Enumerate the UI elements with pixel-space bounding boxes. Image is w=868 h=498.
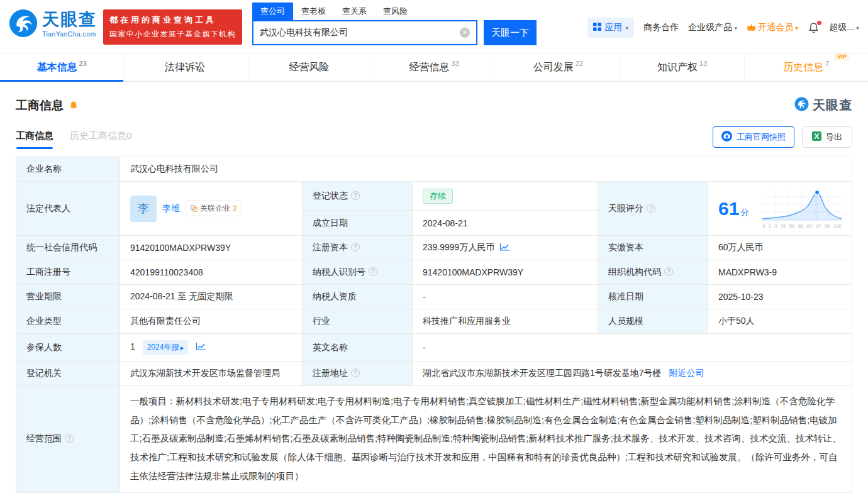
field-business-term-label: 营业期限 (16, 285, 120, 309)
field-english-name-label: 英文名称 (303, 334, 413, 362)
logo-title: 天眼查 (42, 11, 97, 28)
field-paid-capital-value: 60万人民币 (708, 236, 852, 260)
field-credit-code-value: 91420100MADXPRW39Y (120, 236, 303, 260)
tab-legal-lawsuits[interactable]: 法律诉讼 (124, 53, 248, 81)
nearby-companies-link[interactable]: 附近公司 (669, 368, 704, 378)
tab-label: 法律诉讼 (165, 61, 205, 74)
table-row: 法定代表人 李 李维 关联企业 2 登记状态? 存续 天 (16, 182, 852, 211)
field-authority-value: 武汉东湖新技术开发区市场监督管理局 (120, 362, 303, 386)
export-button[interactable]: 导出 (802, 126, 852, 148)
tianyancha-logo[interactable]: 天眼查 TianYanCha.com (9, 9, 97, 40)
score-axis: 01 315 5083 8797 99100 (762, 223, 842, 229)
watermark-text: 天眼查 (813, 97, 852, 114)
related-companies-badge[interactable]: 关联企业 2 (186, 201, 242, 216)
field-credit-code-label: 统一社会信用代码 (16, 236, 120, 260)
table-row: 登记机关 武汉东湖新技术开发区市场监督管理局 注册地址? 湖北省武汉市东湖新技术… (16, 362, 852, 386)
tab-count: 23 (79, 60, 87, 67)
nav-membership-label: 开通会员 (758, 22, 793, 33)
search-box: ✕ (252, 20, 477, 45)
field-company-type-value: 其他有限责任公司 (120, 309, 303, 334)
related-label: 关联企业 (200, 203, 230, 214)
search-button[interactable]: 天眼一下 (484, 20, 537, 45)
help-icon[interactable]: ? (351, 191, 360, 200)
tab-count: 7 (825, 60, 829, 67)
field-taxpayer-id-value: 91420100MADXPRW39Y (413, 260, 598, 285)
subtab-label: 历史工商信息 (70, 130, 126, 141)
section-title: 工商信息 (16, 97, 64, 114)
user-menu[interactable]: 超级... ▾ (829, 22, 859, 33)
excel-icon (812, 131, 821, 143)
help-icon[interactable]: ? (664, 267, 673, 276)
tab-count: 22 (576, 60, 583, 67)
field-staff-size-label: 人员规模 (598, 309, 708, 334)
field-reg-no-value: 420199110023408 (120, 260, 303, 285)
field-address-value: 湖北省武汉市东湖新技术开发区理工园四路1号研发基地7号楼 附近公司 (413, 362, 852, 386)
nav-enterprise-products[interactable]: 企业级产品 ▾ (688, 22, 737, 33)
snapshot-label: 工商官网快照 (737, 131, 786, 143)
table-row: 营业期限 2024-08-21 至 无固定期限 纳税人资质 - 核准日期 202… (16, 285, 852, 309)
trend-chart-icon[interactable] (499, 243, 510, 252)
official-snapshot-button[interactable]: 工商官网快照 (713, 126, 794, 148)
notification-dot (817, 21, 821, 25)
tab-label: 基本信息 (37, 61, 77, 74)
tab-label: 公司发展 (533, 61, 574, 74)
field-taxpayer-qual-value: - (413, 285, 598, 309)
top-header: 天眼查 TianYanCha.com 都在用的商业查询工具 国家中小企业发展子基… (0, 0, 868, 53)
field-approval-date-value: 2025-10-23 (708, 285, 852, 309)
field-reg-capital-value: 239.9999万人民币 (413, 236, 598, 260)
tab-operational-risk[interactable]: 经营风险 (248, 53, 372, 81)
tab-basic-info[interactable]: 基本信息23 (0, 53, 124, 81)
watermark-swirl-icon (794, 97, 809, 114)
nav-business-cooperation[interactable]: 商务合作 (643, 22, 679, 33)
field-staff-size-value: 小于50人 (708, 309, 852, 334)
field-company-name-value: 武汉心电科技有限公司 (120, 157, 852, 182)
search-tab-boss[interactable]: 查老板 (293, 3, 334, 20)
tab-count: 13 (699, 60, 707, 67)
subtab-business-registration[interactable]: 工商信息 (16, 130, 53, 149)
promo-line2: 国家中小企业发展子基金旗下机构 (109, 29, 236, 40)
tab-label: 经营风险 (289, 61, 329, 74)
subtab-history-registration[interactable]: 历史工商信息0 (70, 130, 131, 149)
help-icon[interactable]: ? (351, 243, 360, 252)
tab-intellectual-property[interactable]: 知识产权13 (620, 53, 744, 81)
field-paid-capital-label: 实缴资本 (598, 236, 708, 260)
legal-rep-avatar[interactable]: 李 (130, 196, 157, 222)
field-authority-label: 登记机关 (16, 362, 120, 386)
search-tab-risk[interactable]: 查风险 (375, 3, 416, 20)
trend-chart-icon[interactable] (196, 342, 206, 351)
field-scope-label: 经营范围? (16, 386, 120, 493)
annual-report-badge[interactable]: 2024年报▸ (143, 340, 189, 355)
search-tab-company[interactable]: 查公司 (252, 3, 293, 20)
related-companies-icon (191, 205, 198, 212)
tab-label: 知识产权 (657, 61, 698, 74)
help-icon[interactable]: ? (647, 204, 655, 213)
field-insured-value: 1 2024年报▸ (120, 334, 303, 362)
field-company-type-label: 企业类型 (16, 309, 120, 334)
subscribe-bell-icon[interactable] (69, 101, 79, 111)
field-reg-no-label: 工商注册号 (16, 260, 120, 285)
table-row: 统一社会信用代码 91420100MADXPRW39Y 注册资本? 239.99… (16, 236, 852, 260)
field-reg-status-value: 存续 (413, 182, 598, 211)
field-business-term-value: 2024-08-21 至 无固定期限 (120, 285, 303, 309)
nav-open-membership[interactable]: 开通会员 ▾ (747, 22, 798, 33)
search-input[interactable] (260, 28, 460, 38)
field-legal-rep-label: 法定代表人 (16, 182, 120, 236)
subtab-count: 0 (126, 130, 131, 141)
field-legal-rep-value: 李 李维 关联企业 2 (120, 182, 303, 236)
camera-icon (721, 131, 732, 143)
notification-bell[interactable] (808, 22, 820, 34)
tab-history-info[interactable]: 历史信息 7 VIP (745, 53, 868, 81)
search-tab-relation[interactable]: 查关系 (334, 3, 375, 20)
help-icon[interactable]: ? (351, 368, 360, 377)
promo-line1: 都在用的商业查询工具 (109, 14, 236, 26)
clear-icon[interactable]: ✕ (460, 28, 470, 38)
legal-rep-link[interactable]: 李维 (162, 203, 180, 214)
field-org-code-value: MADXPRW3-9 (708, 260, 852, 285)
help-icon[interactable]: ? (369, 267, 377, 276)
help-icon[interactable]: ? (65, 434, 74, 443)
field-taxpayer-id-label: 纳税人识别号? (303, 260, 413, 285)
tab-business-info[interactable]: 经营信息33 (372, 53, 496, 81)
chevron-down-icon: ▾ (734, 25, 737, 31)
apps-menu[interactable]: 应用 ▾ (587, 18, 634, 38)
tab-company-development[interactable]: 公司发展22 (496, 53, 620, 81)
